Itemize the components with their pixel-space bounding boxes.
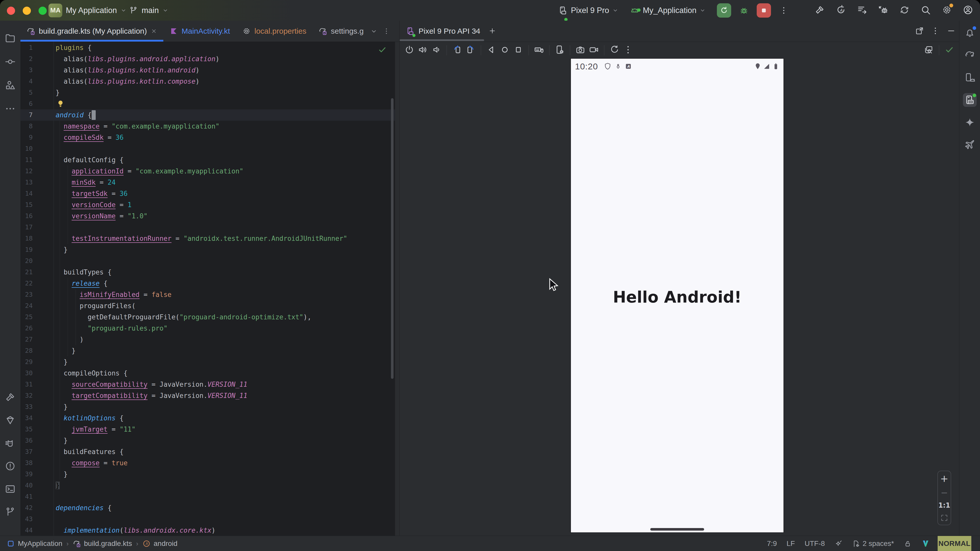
device-settings-button[interactable] xyxy=(555,44,565,56)
code-line-26[interactable]: 26 "proguard-rules.pro" xyxy=(21,323,395,334)
stop-button[interactable] xyxy=(757,3,771,17)
tool-window-resource-manager[interactable] xyxy=(3,78,17,92)
intention-bulb-icon[interactable] xyxy=(56,100,65,108)
tool-window-logcat[interactable] xyxy=(3,436,17,450)
status-indentation[interactable]: 2 spaces* xyxy=(852,540,894,548)
power-button[interactable] xyxy=(404,44,414,56)
inspections-ok-button[interactable] xyxy=(945,45,954,56)
code-line-28[interactable]: 28 } xyxy=(21,345,395,356)
tool-window-project[interactable] xyxy=(3,32,17,45)
code-line-29[interactable]: 29 } xyxy=(21,356,395,368)
status-ideavim[interactable] xyxy=(921,539,930,548)
code-line-6[interactable]: 6 xyxy=(21,98,395,110)
code-line-20[interactable]: 20 xyxy=(21,256,395,267)
status-encoding[interactable]: UTF-8 xyxy=(805,540,825,548)
code-line-24[interactable]: 24 proguardFiles( xyxy=(21,300,395,311)
rotate-left-button[interactable] xyxy=(452,44,462,56)
editor-scrollbar[interactable] xyxy=(391,98,393,379)
branch-widget[interactable]: main xyxy=(129,0,169,21)
tab-options-icon[interactable] xyxy=(383,27,390,35)
tool-window-app-quality-insights[interactable] xyxy=(3,413,17,427)
debug-button[interactable] xyxy=(737,3,751,17)
code-line-11[interactable]: 11 defaultConfig { xyxy=(21,154,395,165)
code-line-18[interactable]: 18 testInstrumentationRunner = "androidx… xyxy=(21,233,395,244)
more-panel-options-button[interactable] xyxy=(931,26,940,37)
code-line-42[interactable]: 42dependencies { xyxy=(21,502,395,513)
code-line-35[interactable]: 35 jvmTarget = "11" xyxy=(21,424,395,435)
code-line-2[interactable]: 2 alias(libs.plugins.android.application… xyxy=(21,53,395,65)
code-line-43[interactable]: 43 xyxy=(21,513,395,525)
tool-window-device-manager[interactable] xyxy=(963,71,977,84)
code-line-44[interactable]: 44 implementation(libs.androidx.core.ktx… xyxy=(21,525,395,536)
code-line-7[interactable]: 7android { xyxy=(21,110,395,121)
code-line-25[interactable]: 25 getDefaultProguardFile("proguard-andr… xyxy=(21,311,395,323)
code-line-13[interactable]: 13 minSdk = 24 xyxy=(21,177,395,188)
code-line-41[interactable]: 41 xyxy=(21,491,395,502)
tool-window-gradle[interactable] xyxy=(963,48,977,62)
code-line-37[interactable]: 37 buildFeatures { xyxy=(21,446,395,457)
status-line-ending[interactable]: LF xyxy=(787,540,795,548)
add-device-tab-icon[interactable] xyxy=(488,27,496,35)
apply-code-changes-button[interactable] xyxy=(857,5,867,16)
close-window-button[interactable] xyxy=(7,6,15,15)
profile-button[interactable] xyxy=(963,5,974,16)
status-caret-position[interactable]: 7:9 xyxy=(767,540,777,548)
tab-scroll-thumb[interactable] xyxy=(400,39,484,41)
overview-button[interactable] xyxy=(513,44,523,56)
breadcrumb-MyApplication[interactable]: MyApplication xyxy=(6,540,62,548)
code-line-15[interactable]: 15 versionCode = 1 xyxy=(21,199,395,210)
open-in-new-window-button[interactable] xyxy=(915,26,924,37)
project-widget[interactable]: MA My Application xyxy=(48,0,127,21)
tool-window-running-devices[interactable] xyxy=(963,93,977,107)
breadcrumb-build.gradle.kts[interactable]: Kbuild.gradle.kts xyxy=(73,540,132,548)
editor-tab-MainActivity.kt[interactable]: MainActivity.kt xyxy=(163,21,236,41)
tool-window-gemini[interactable] xyxy=(963,116,977,129)
zoom-in-button[interactable]: + xyxy=(940,474,948,483)
attach-debugger-button[interactable] xyxy=(878,5,889,16)
code-line-34[interactable]: 34 kotlinOptions { xyxy=(21,413,395,424)
volume-down-button[interactable] xyxy=(431,44,442,56)
more-device-actions-button[interactable] xyxy=(623,44,633,56)
code-line-5[interactable]: 5} xyxy=(21,87,395,98)
volume-up-button[interactable] xyxy=(418,44,428,56)
code-line-32[interactable]: 32 targetCompatibility = JavaVersion.VER… xyxy=(21,390,395,401)
tool-window-notifications[interactable] xyxy=(963,26,977,40)
code-line-17[interactable]: 17 xyxy=(21,222,395,233)
tab-overflow-chevron-icon[interactable] xyxy=(370,28,377,35)
home-button[interactable] xyxy=(500,44,510,56)
code-line-27[interactable]: 27 ) xyxy=(21,334,395,345)
code-line-21[interactable]: 21 buildTypes { xyxy=(21,267,395,278)
editor-tab-settings.g[interactable]: Ksettings.g xyxy=(312,21,369,41)
tool-window-commit[interactable] xyxy=(3,55,17,68)
zoom-window-button[interactable] xyxy=(38,6,47,15)
code-line-23[interactable]: 23 isMinifyEnabled = false xyxy=(21,289,395,300)
editor-tab-build.gradle.kts[interactable]: Kbuild.gradle.kts (My Application) xyxy=(21,21,163,41)
minimize-window-button[interactable] xyxy=(23,6,31,15)
apply-changes-button[interactable]: A xyxy=(835,5,846,16)
hardware-input-button[interactable] xyxy=(534,44,544,56)
screenshot-button[interactable] xyxy=(575,44,585,56)
close-device-tab-icon[interactable] xyxy=(473,27,480,35)
back-button[interactable] xyxy=(486,44,496,56)
code-line-19[interactable]: 19 } xyxy=(21,244,395,256)
tool-window-terminal[interactable] xyxy=(3,482,17,496)
code-line-14[interactable]: 14 targetSdk = 36 xyxy=(21,188,395,199)
tool-window-airplane[interactable] xyxy=(963,138,977,152)
status-ai-assistant[interactable] xyxy=(835,540,842,548)
ui-check-button[interactable] xyxy=(924,45,934,56)
build-button[interactable] xyxy=(815,5,825,16)
device-selector[interactable]: Pixel 9 Pro xyxy=(558,6,618,15)
run-configuration-selector[interactable]: My_Application xyxy=(630,5,706,16)
code-line-39[interactable]: 39 } xyxy=(21,468,395,480)
tool-window-build[interactable] xyxy=(3,390,17,404)
status-file-lock[interactable] xyxy=(904,540,912,548)
fit-to-window-icon[interactable] xyxy=(940,513,948,522)
code-line-12[interactable]: 12 applicationId = "com.example.myapplic… xyxy=(21,165,395,177)
device-tab[interactable]: Pixel 9 Pro API 34 xyxy=(406,21,480,41)
close-tab-icon[interactable] xyxy=(151,28,157,35)
tool-window-more-tool-windows[interactable] xyxy=(3,102,17,116)
inspections-ok-icon[interactable] xyxy=(378,45,387,54)
code-line-33[interactable]: 33 } xyxy=(21,401,395,413)
editor-tab-local.properties[interactable]: local.properties xyxy=(236,21,312,41)
rotate-right-button[interactable] xyxy=(466,44,476,56)
